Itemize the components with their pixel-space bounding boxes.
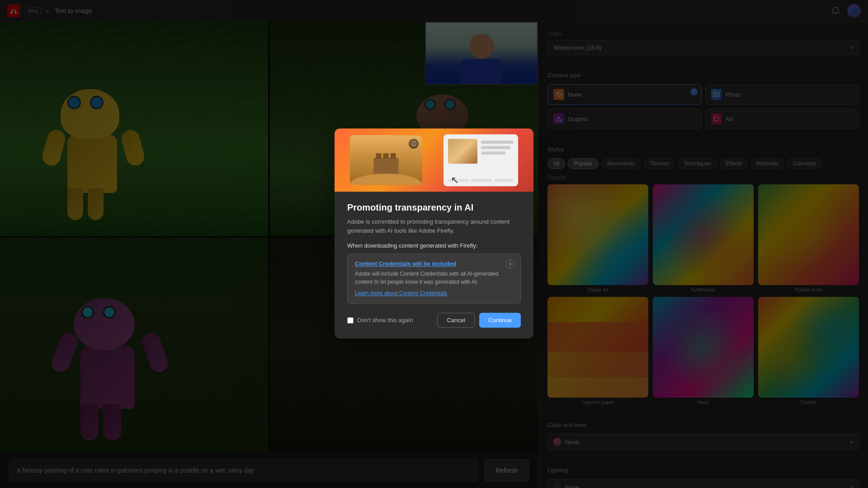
modal-buttons: Cancel Continue (437, 313, 521, 328)
continue-button[interactable]: Continue (479, 313, 521, 328)
credentials-info-button[interactable]: ℹ (506, 259, 515, 268)
dont-show-label: Don't show this again (357, 317, 413, 324)
modal-description: Adobe is committed to promoting transpar… (347, 217, 521, 235)
cursor-arrow: ↖ (451, 174, 459, 186)
credentials-title: Content Credentials will be included (355, 260, 513, 267)
modal-title: Promoting transparency in AI (347, 202, 521, 213)
modal-overlay: ⓘ ↖ (0, 0, 868, 488)
modal-footer: Don't show this again Cancel Continue (347, 313, 521, 328)
credentials-link-text[interactable]: Content Credentials (355, 260, 411, 267)
modal-header: ⓘ ↖ (335, 128, 533, 192)
modal-when-downloading: When downloading content generated with … (347, 242, 521, 249)
preview-info-icon: ⓘ (409, 139, 419, 149)
credentials-description: Adobe will include Content Credentials w… (355, 270, 513, 286)
dont-show-checkbox[interactable] (347, 317, 354, 324)
credentials-learn-more[interactable]: Learn more about Content Credentials (355, 290, 447, 296)
credentials-box: Content Credentials will be included Ado… (347, 253, 521, 304)
modal-dialog: ⓘ ↖ (335, 128, 533, 338)
dont-show-section: Don't show this again (347, 317, 413, 324)
modal-body: Promoting transparency in AI Adobe is co… (335, 192, 533, 338)
cancel-button[interactable]: Cancel (437, 313, 474, 328)
modal-preview-left: ⓘ (350, 135, 422, 185)
